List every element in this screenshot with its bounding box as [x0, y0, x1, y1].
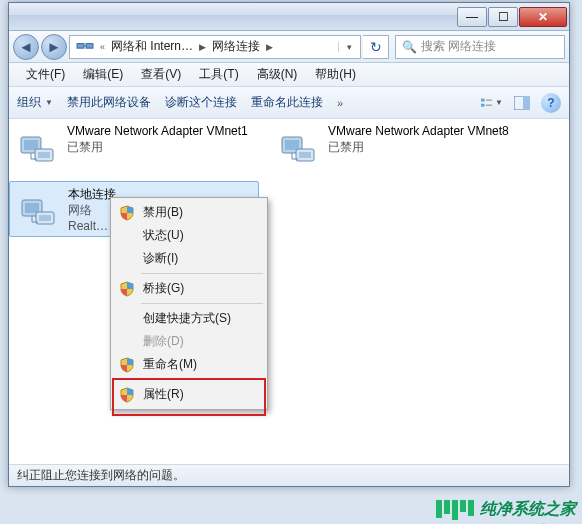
menu-help[interactable]: 帮助(H) [306, 66, 365, 83]
network-adapter-icon [15, 125, 59, 169]
minimize-button[interactable]: — [457, 7, 487, 27]
command-bar: 组织▼ 禁用此网络设备 诊断这个连接 重命名此连接 » ▼ ? [9, 87, 569, 119]
crumb-arrow[interactable]: ▶ [264, 42, 275, 52]
disable-device-button[interactable]: 禁用此网络设备 [67, 94, 151, 111]
adapter-status: 已禁用 [328, 139, 509, 155]
adapter-name: VMware Network Adapter VMnet8 [328, 123, 509, 139]
context-menu-label: 诊断(I) [143, 250, 178, 267]
context-menu-separator [141, 273, 263, 274]
status-text: 纠正阻止您连接到网络的问题。 [17, 467, 185, 484]
adapter-name: 本地连接 [68, 186, 116, 202]
shield-icon [119, 281, 135, 297]
title-bar: — ☐ ✕ [9, 3, 569, 31]
search-icon: 🔍 [402, 40, 417, 54]
context-menu: 禁用(B)状态(U)诊断(I)桥接(G)创建快捷方式(S)删除(D)重命名(M)… [110, 197, 268, 410]
preview-pane-button[interactable] [511, 92, 533, 114]
svg-rect-24 [39, 215, 51, 221]
adapter-name: VMware Network Adapter VMnet1 [67, 123, 248, 139]
network-adapter-icon [16, 188, 60, 232]
context-menu-item[interactable]: 重命名(M) [113, 353, 265, 376]
context-menu-label: 重命名(M) [143, 356, 197, 373]
svg-rect-12 [38, 152, 50, 158]
shield-icon [119, 357, 135, 373]
forward-button[interactable]: ► [41, 34, 67, 60]
overflow-chevron[interactable]: » [337, 97, 343, 109]
shield-icon [119, 205, 135, 221]
svg-rect-18 [299, 152, 311, 158]
crumb-connections[interactable]: 网络连接 [208, 38, 264, 55]
menu-view[interactable]: 查看(V) [132, 66, 190, 83]
view-options-button[interactable]: ▼ [481, 92, 503, 114]
watermark-logo-icon [436, 500, 474, 520]
context-menu-label: 创建快捷方式(S) [143, 310, 231, 327]
context-menu-separator [141, 303, 263, 304]
menu-file[interactable]: 文件(F) [17, 66, 74, 83]
address-dropdown[interactable]: ▾ [338, 42, 360, 52]
context-menu-item[interactable]: 状态(U) [113, 224, 265, 247]
svg-rect-4 [481, 103, 485, 106]
adapter-sub2: Realt… [68, 218, 116, 234]
shield-icon [119, 387, 135, 403]
context-menu-item[interactable]: 诊断(I) [113, 247, 265, 270]
rename-button[interactable]: 重命名此连接 [251, 94, 323, 111]
location-icon [76, 38, 94, 56]
watermark-text: 纯净系统之家 [480, 499, 576, 520]
svg-rect-22 [25, 203, 39, 213]
context-menu-label: 状态(U) [143, 227, 184, 244]
organize-button[interactable]: 组织▼ [17, 94, 53, 111]
context-menu-item[interactable]: 桥接(G) [113, 277, 265, 300]
menu-advanced[interactable]: 高级(N) [248, 66, 307, 83]
context-menu-item[interactable]: 创建快捷方式(S) [113, 307, 265, 330]
context-menu-label: 删除(D) [143, 333, 184, 350]
svg-rect-16 [285, 140, 299, 150]
help-button[interactable]: ? [541, 93, 561, 113]
menu-bar: 文件(F) 编辑(E) 查看(V) 工具(T) 高级(N) 帮助(H) [9, 63, 569, 87]
context-menu-label: 属性(R) [143, 386, 184, 403]
svg-rect-10 [24, 140, 38, 150]
watermark: 纯净系统之家 www.ycwjzy.com [436, 499, 576, 520]
context-menu-separator [141, 379, 263, 380]
svg-rect-0 [77, 43, 84, 48]
adapter-item[interactable]: VMware Network Adapter VMnet8已禁用 [270, 119, 520, 175]
context-menu-item[interactable]: 禁用(B) [113, 201, 265, 224]
address-bar[interactable]: « 网络和 Intern… ▶ 网络连接 ▶ ▾ [69, 35, 361, 59]
diagnose-button[interactable]: 诊断这个连接 [165, 94, 237, 111]
explorer-window: — ☐ ✕ ◄ ► « 网络和 Intern… ▶ 网络连接 ▶ ▾ ↻ 🔍 搜… [8, 2, 570, 487]
search-input[interactable]: 🔍 搜索 网络连接 [395, 35, 565, 59]
nav-bar: ◄ ► « 网络和 Intern… ▶ 网络连接 ▶ ▾ ↻ 🔍 搜索 网络连接 [9, 31, 569, 63]
adapter-status: 已禁用 [67, 139, 248, 155]
context-menu-label: 桥接(G) [143, 280, 184, 297]
crumb-network[interactable]: 网络和 Intern… [107, 38, 197, 55]
content-area: VMware Network Adapter VMnet1已禁用VMware N… [9, 119, 569, 486]
context-menu-item[interactable]: 属性(R) [113, 383, 265, 406]
maximize-button[interactable]: ☐ [488, 7, 518, 27]
context-menu-item: 删除(D) [113, 330, 265, 353]
status-bar: 纠正阻止您连接到网络的问题。 [9, 464, 569, 486]
close-button[interactable]: ✕ [519, 7, 567, 27]
adapter-sub1: 网络 [68, 202, 116, 218]
svg-rect-1 [86, 43, 93, 48]
context-menu-label: 禁用(B) [143, 204, 183, 221]
menu-tools[interactable]: 工具(T) [190, 66, 247, 83]
search-placeholder: 搜索 网络连接 [421, 38, 496, 55]
crumb-arrow[interactable]: « [98, 42, 107, 52]
crumb-arrow[interactable]: ▶ [197, 42, 208, 52]
back-button[interactable]: ◄ [13, 34, 39, 60]
network-adapter-icon [276, 125, 320, 169]
svg-rect-8 [523, 96, 530, 110]
svg-rect-3 [481, 98, 485, 101]
adapter-item[interactable]: VMware Network Adapter VMnet1已禁用 [9, 119, 259, 175]
refresh-button[interactable]: ↻ [363, 35, 389, 59]
menu-edit[interactable]: 编辑(E) [74, 66, 132, 83]
